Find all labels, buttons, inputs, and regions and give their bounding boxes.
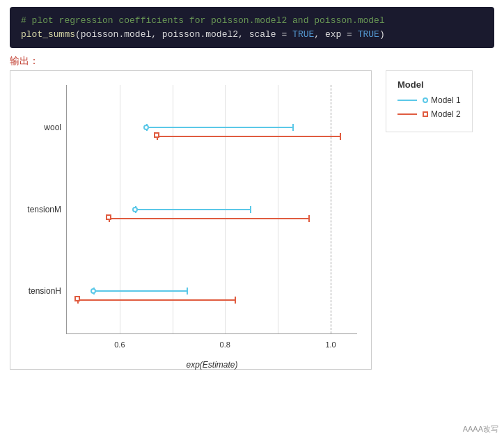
- y-label-wool: wool: [44, 123, 61, 132]
- wool-model2-ci: [157, 136, 341, 137]
- grid-line-09: [278, 85, 278, 333]
- wool-model1-ci: [146, 127, 294, 128]
- legend: Model Model 1 Model 2: [386, 70, 473, 132]
- code-line2: plot_summs(poisson.model, poisson.model2…: [21, 28, 483, 42]
- x-tick-08: 0.8: [220, 340, 230, 349]
- tensionM-model2-ci: [109, 218, 309, 219]
- tensionH-model1-ci: [93, 290, 188, 292]
- legend-marker-model1: [423, 97, 428, 103]
- x-axis-title: exp(Estimate): [186, 360, 237, 370]
- chart-area: wool tensionM tensionH: [10, 70, 494, 370]
- y-label-tensionH: tensionH: [29, 286, 61, 296]
- y-label-tensionM: tensionM: [27, 205, 61, 214]
- legend-item-model1: Model 1: [397, 95, 461, 105]
- x-tick-10: 1.0: [325, 340, 336, 349]
- legend-line-model1: [397, 100, 417, 101]
- legend-item-model2: Model 2: [397, 109, 461, 119]
- legend-label-model1: Model 1: [431, 95, 461, 105]
- grid-line-06: [120, 85, 120, 333]
- grid-line-10: [331, 85, 331, 333]
- tensionM-model1-ci: [135, 209, 251, 210]
- chart-inner: wool tensionM tensionH: [66, 85, 357, 334]
- legend-marker-model2: [423, 111, 428, 117]
- tensionH-model2-ci: [77, 299, 236, 301]
- legend-line-model2: [397, 113, 417, 115]
- output-label: 输出：: [10, 55, 494, 68]
- legend-label-model2: Model 2: [431, 109, 461, 119]
- x-tick-06: 0.6: [114, 340, 125, 349]
- code-comment: # plot regression coefficients for poiss…: [21, 14, 483, 28]
- legend-title: Model: [397, 79, 461, 90]
- chart-container: wool tensionM tensionH: [10, 70, 372, 370]
- code-block: # plot regression coefficients for poiss…: [10, 7, 494, 48]
